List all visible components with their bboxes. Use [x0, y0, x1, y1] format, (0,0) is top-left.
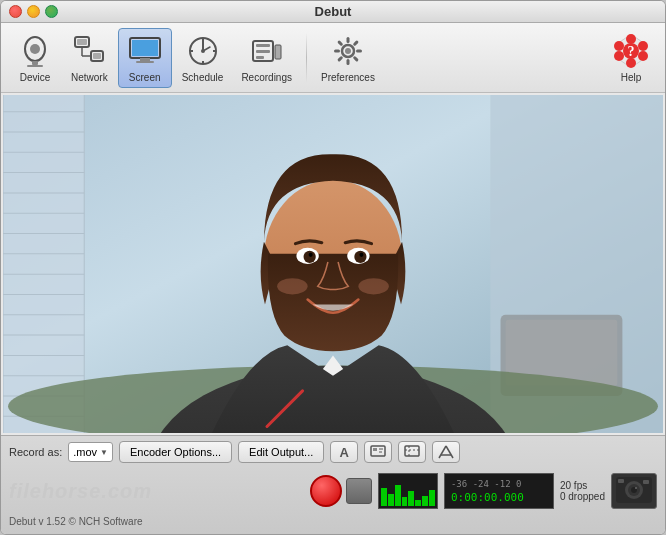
version-text: Debut v 1.52 © NCH Software: [9, 516, 143, 527]
svg-rect-96: [643, 480, 649, 484]
toolbar-item-schedule[interactable]: Schedule: [174, 29, 232, 87]
schedule-icon: [185, 33, 221, 69]
svg-rect-26: [275, 45, 281, 59]
fps-value: 20 fps: [560, 480, 587, 491]
svg-point-1: [30, 44, 40, 54]
svg-rect-7: [93, 53, 101, 59]
main-window: Debut Device: [0, 0, 666, 535]
camera-preview[interactable]: [611, 473, 657, 509]
titlebar: Debut: [1, 1, 665, 23]
edit-output-button[interactable]: Edit Output...: [238, 441, 324, 463]
level-meter: [378, 473, 438, 509]
meter-bar-4: [402, 497, 408, 506]
video-preview: [3, 95, 663, 433]
meter-bar-8: [429, 490, 435, 507]
overlay-button[interactable]: [364, 441, 392, 463]
record-row: Record as: .mov ▼ Encoder Options... Edi…: [9, 441, 657, 463]
svg-rect-13: [136, 61, 154, 63]
svg-rect-85: [405, 446, 419, 456]
camera-preview-icon: [615, 476, 653, 506]
screen-label: Screen: [129, 72, 161, 83]
svg-point-28: [345, 48, 351, 54]
svg-point-76: [309, 253, 313, 257]
svg-rect-12: [140, 58, 150, 61]
svg-rect-3: [27, 65, 43, 67]
video-content: [3, 95, 663, 433]
toolbar-item-screen[interactable]: Screen: [118, 28, 172, 88]
svg-point-95: [635, 487, 637, 489]
maximize-button[interactable]: [45, 5, 58, 18]
svg-point-41: [626, 58, 636, 68]
svg-point-39: [638, 41, 648, 51]
help-icon: ?: [613, 33, 649, 69]
record-button[interactable]: [310, 475, 342, 507]
svg-line-88: [439, 446, 446, 458]
svg-rect-2: [32, 61, 38, 65]
preferences-label: Preferences: [321, 72, 375, 83]
recordings-label: Recordings: [241, 72, 292, 83]
svg-rect-30: [353, 40, 359, 46]
svg-point-79: [277, 278, 307, 294]
meter-bar-5: [408, 491, 414, 506]
toolbar-item-network[interactable]: Network: [63, 29, 116, 87]
recordings-icon: [249, 33, 285, 69]
svg-point-80: [358, 278, 388, 294]
svg-point-42: [614, 51, 624, 61]
svg-text:?: ?: [628, 44, 635, 59]
format-dropdown-arrow: ▼: [100, 448, 108, 457]
time-display: -36 -24 -12 0 0:00:00.000: [444, 473, 554, 509]
svg-rect-11: [132, 40, 158, 56]
overlay-icon: [370, 445, 386, 459]
svg-rect-34: [337, 55, 343, 61]
stop-button[interactable]: [346, 478, 372, 504]
svg-rect-32: [353, 55, 359, 61]
aspect-ratio-icon: [438, 445, 454, 459]
toolbar-item-help[interactable]: ? Help: [605, 29, 657, 87]
svg-rect-97: [618, 479, 624, 483]
toolbar: Device Network: [1, 23, 665, 93]
toolbar-separator: [306, 33, 307, 83]
meter-bar-1: [381, 488, 387, 506]
toolbar-item-recordings[interactable]: Recordings: [233, 29, 300, 87]
preferences-icon: [330, 33, 366, 69]
close-button[interactable]: [9, 5, 22, 18]
svg-point-43: [614, 41, 624, 51]
text-overlay-button[interactable]: A: [330, 441, 358, 463]
svg-point-40: [638, 51, 648, 61]
dropped-value: 0 dropped: [560, 491, 605, 502]
meter-bar-2: [388, 494, 394, 506]
screen-crop-button[interactable]: [398, 441, 426, 463]
svg-rect-33: [346, 59, 349, 65]
video-person-svg: [3, 95, 663, 433]
svg-rect-5: [77, 39, 87, 45]
toolbar-item-preferences[interactable]: Preferences: [313, 29, 383, 87]
svg-rect-25: [256, 56, 264, 59]
format-select[interactable]: .mov ▼: [68, 442, 113, 462]
svg-rect-24: [256, 50, 270, 53]
toolbar-item-device[interactable]: Device: [9, 29, 61, 87]
svg-rect-82: [373, 448, 377, 451]
meter-bar-3: [395, 485, 401, 506]
format-value: .mov: [73, 446, 97, 458]
aspect-ratio-button[interactable]: [432, 441, 460, 463]
window-title: Debut: [315, 4, 352, 19]
bottom-controls: Record as: .mov ▼ Encoder Options... Edi…: [1, 435, 665, 534]
help-label: Help: [621, 72, 642, 83]
svg-point-74: [304, 251, 316, 263]
svg-point-17: [201, 49, 205, 53]
traffic-lights: [9, 5, 58, 18]
encoder-options-button[interactable]: Encoder Options...: [119, 441, 232, 463]
device-icon: [17, 33, 53, 69]
minimize-button[interactable]: [27, 5, 40, 18]
svg-point-38: [626, 34, 636, 44]
screen-crop-icon: [404, 445, 420, 459]
svg-rect-35: [334, 49, 340, 52]
screen-icon: [127, 33, 163, 69]
record-as-label: Record as:: [9, 446, 62, 458]
svg-rect-36: [337, 40, 343, 46]
svg-point-77: [359, 253, 363, 257]
svg-rect-29: [346, 37, 349, 43]
status-row: filehorse.com -36 -24 -12 0: [9, 468, 657, 514]
fps-display: 20 fps 0 dropped: [560, 480, 605, 502]
schedule-label: Schedule: [182, 72, 224, 83]
